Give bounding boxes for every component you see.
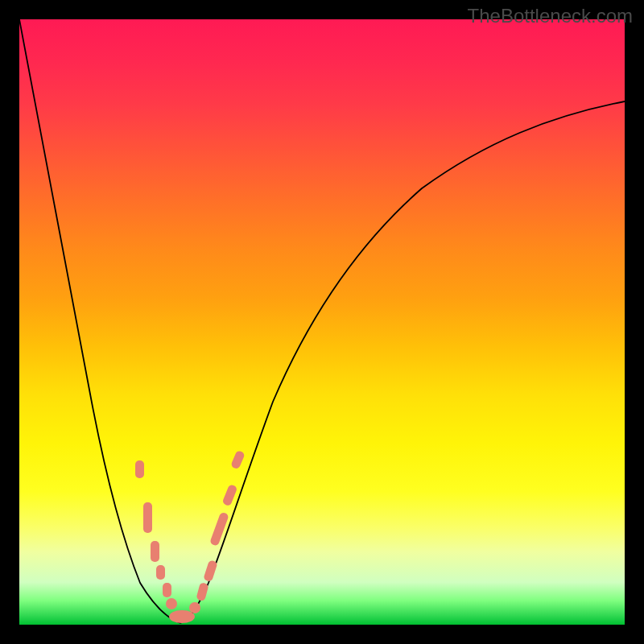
- data-marker: [166, 598, 177, 609]
- data-marker: [189, 602, 200, 613]
- data-marker: [169, 610, 195, 623]
- left-curve: [19, 19, 180, 623]
- right-curve: [180, 101, 625, 623]
- curve-group: [19, 19, 625, 623]
- data-marker: [156, 565, 165, 580]
- data-marker: [221, 484, 237, 506]
- data-marker: [151, 541, 159, 562]
- data-marker: [209, 512, 229, 547]
- data-marker: [196, 582, 208, 601]
- chart-svg: [19, 19, 625, 625]
- chart-plot-area: [19, 19, 625, 625]
- marker-group: [135, 450, 246, 623]
- data-marker: [203, 559, 217, 582]
- data-marker: [135, 460, 144, 478]
- data-marker: [163, 583, 171, 597]
- data-marker: [230, 450, 246, 470]
- data-marker: [143, 502, 152, 533]
- watermark-text: TheBottleneck.com: [468, 5, 633, 27]
